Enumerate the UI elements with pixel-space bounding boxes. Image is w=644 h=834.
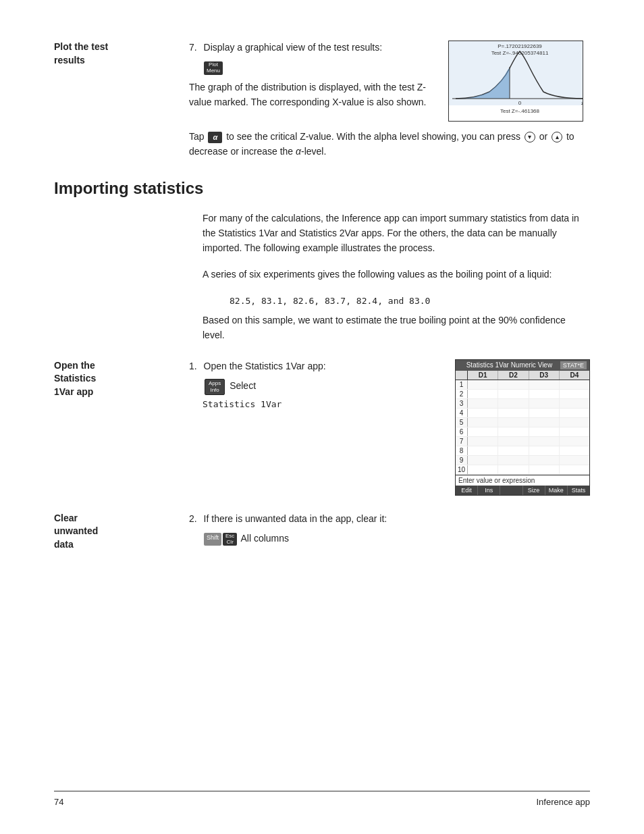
cell-9-3[interactable]: [529, 456, 560, 465]
stats-footer: Enter value or expression: [456, 475, 589, 486]
cell-2-2[interactable]: [498, 390, 529, 398]
stats-table-title-bar: Statistics 1Var Numeric View STAT*E: [456, 360, 589, 371]
cell-5-1[interactable]: [468, 418, 498, 427]
svg-text:Test Z=-.461368: Test Z=-.461368: [500, 108, 540, 114]
cell-8-2[interactable]: [498, 446, 529, 455]
page-number: 74: [54, 797, 63, 807]
cell-2-3[interactable]: [529, 390, 560, 398]
row-num-4: 4: [456, 409, 468, 417]
toolbar-edit-btn[interactable]: Edit: [456, 486, 478, 495]
toolbar-stats-btn[interactable]: Stats: [568, 486, 589, 495]
shift-button[interactable]: Shift: [204, 533, 221, 546]
importing-para1: For many of the calculations, the Infere…: [203, 211, 590, 255]
cell-10-3[interactable]: [529, 465, 560, 474]
cell-6-1[interactable]: [468, 427, 498, 436]
toolbar-size-btn[interactable]: Size: [523, 486, 545, 495]
table-row: 7: [456, 437, 589, 446]
cell-1-3[interactable]: [529, 380, 560, 389]
stats-col-d4: D4: [560, 371, 589, 380]
cell-10-2[interactable]: [498, 465, 529, 474]
step-number-7: 7.: [189, 42, 197, 53]
table-row: 9: [456, 456, 589, 465]
cell-6-4[interactable]: [560, 427, 589, 436]
cell-4-4[interactable]: [560, 409, 589, 417]
cell-8-4[interactable]: [560, 446, 589, 455]
cell-5-3[interactable]: [529, 418, 560, 427]
step-1-text: 1. Open the Statistics 1Var app:: [189, 359, 431, 374]
open-stats-heading: Open the Statistics 1Var app: [54, 359, 176, 399]
row-num-8: 8: [456, 446, 468, 455]
cell-1-4[interactable]: [560, 380, 589, 389]
clear-section: Clear unwanted data 2. If there is unwan…: [54, 512, 590, 552]
graph-image: P=.172021922639 Test Z=-.946205374811: [448, 41, 590, 122]
cell-8-1[interactable]: [468, 446, 498, 455]
toolbar-empty-btn: [500, 486, 522, 495]
step-2-buttons: Shift Esc Clr All columns: [203, 531, 590, 546]
page-container: Plot the test results 7. Display a graph…: [0, 0, 644, 834]
graph-display: P=.172021922639 Test Z=-.946205374811: [448, 41, 583, 122]
stats-toolbar: Edit Ins Size Make Stats: [456, 486, 589, 495]
table-row: 5: [456, 418, 589, 427]
up-arrow-icon[interactable]: ▴: [552, 132, 562, 142]
stats-col-d3: D3: [529, 371, 560, 380]
cell-1-1[interactable]: [468, 380, 498, 389]
cell-7-2[interactable]: [498, 437, 529, 446]
cell-2-4[interactable]: [560, 390, 589, 398]
toolbar-ins-btn[interactable]: Ins: [478, 486, 500, 495]
cell-5-4[interactable]: [560, 418, 589, 427]
open-stats-content: 1. Open the Statistics 1Var app: Apps In…: [189, 359, 590, 496]
all-columns-label: All columns: [240, 533, 289, 544]
table-row: 3: [456, 399, 589, 409]
cell-5-2[interactable]: [498, 418, 529, 427]
esc-clr-button[interactable]: Esc Clr: [223, 533, 237, 546]
shift-esc-combo: Shift Esc Clr: [204, 533, 237, 546]
app-name-text: Statistics 1Var: [203, 398, 431, 411]
cell-8-3[interactable]: [529, 446, 560, 455]
cell-10-1[interactable]: [468, 465, 498, 474]
cell-2-1[interactable]: [468, 390, 498, 398]
cell-4-2[interactable]: [498, 409, 529, 417]
cell-3-2[interactable]: [498, 399, 529, 408]
cell-10-4[interactable]: [560, 465, 589, 474]
cell-7-4[interactable]: [560, 437, 589, 446]
cell-3-1[interactable]: [468, 399, 498, 408]
stats-row-num-header: [456, 371, 468, 380]
importing-para3: Based on this sample, we want to estimat…: [203, 313, 590, 342]
cell-3-4[interactable]: [560, 399, 589, 408]
cell-6-3[interactable]: [529, 427, 560, 436]
svg-text:z: z: [581, 100, 583, 106]
toolbar-make-btn[interactable]: Make: [545, 486, 568, 495]
cell-7-3[interactable]: [529, 437, 560, 446]
clear-content: 2. If there is unwanted data in the app,…: [189, 512, 590, 552]
step-number-2: 2.: [189, 513, 197, 524]
cell-1-2[interactable]: [498, 380, 529, 389]
table-row: 10: [456, 465, 589, 475]
stats-col-headers-row: D1 D2 D3 D4: [456, 371, 589, 380]
importing-content: For many of the calculations, the Infere…: [203, 211, 590, 342]
data-values: 82.5, 83.1, 82.6, 83.7, 82.4, and 83.0: [230, 294, 590, 308]
cell-4-1[interactable]: [468, 409, 498, 417]
cell-6-2[interactable]: [498, 427, 529, 436]
apps-info-button[interactable]: Apps Info: [205, 379, 225, 394]
clear-heading: Clear unwanted data: [54, 512, 176, 552]
cell-9-4[interactable]: [560, 456, 589, 465]
table-row: 4: [456, 409, 589, 418]
plot-content-col: 7. Display a graphical view of the test …: [189, 41, 590, 159]
stats-table-icon: STAT*E: [560, 361, 587, 369]
table-row: 6: [456, 427, 589, 437]
cell-4-3[interactable]: [529, 409, 560, 417]
plot-section: Plot the test results 7. Display a graph…: [54, 41, 590, 159]
alpha-button[interactable]: α: [208, 132, 222, 143]
row-num-1: 1: [456, 380, 468, 389]
select-label: Select: [230, 381, 256, 392]
plot-menu-button[interactable]: Plot Menu: [204, 61, 223, 75]
row-num-7: 7: [456, 437, 468, 446]
table-row: 2: [456, 390, 589, 399]
row-num-6: 6: [456, 427, 468, 436]
down-arrow-icon[interactable]: ▾: [525, 132, 535, 142]
cell-3-3[interactable]: [529, 399, 560, 408]
cell-9-2[interactable]: [498, 456, 529, 465]
clear-heading-col: Clear unwanted data: [54, 512, 189, 552]
cell-7-1[interactable]: [468, 437, 498, 446]
cell-9-1[interactable]: [468, 456, 498, 465]
